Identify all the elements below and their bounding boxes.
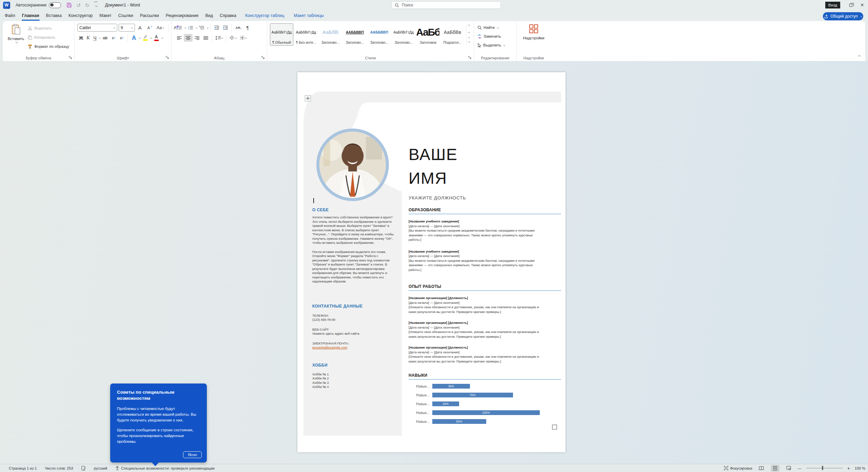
hobby-item[interactable]: Хобби № 2: [312, 376, 396, 381]
phone-label[interactable]: ТЕЛЕФОН:: [312, 314, 396, 318]
multilevel-options-icon[interactable]: [207, 27, 209, 29]
tab-home[interactable]: Главная: [19, 10, 43, 21]
proofing-status[interactable]: [81, 466, 86, 471]
experience-entry[interactable]: [Название организации] [Должность] [Дата…: [409, 345, 541, 363]
email-link[interactable]: proverka@example.com: [312, 346, 396, 350]
justify-button[interactable]: [201, 34, 210, 42]
share-button[interactable]: Общий доступ: [823, 12, 863, 20]
font-family-select[interactable]: Calibri: [77, 24, 117, 32]
superscript-button[interactable]: x2: [118, 34, 126, 42]
tab-review[interactable]: Рецензирование: [162, 10, 202, 21]
restore-button[interactable]: [845, 0, 856, 10]
borders-button[interactable]: [238, 34, 249, 42]
multilevel-list-button[interactable]: [197, 24, 206, 32]
word-count[interactable]: Число слов: 253: [45, 466, 73, 470]
style-normal[interactable]: АаБбВгГгДд ¶ Обычный: [270, 23, 293, 46]
search-input[interactable]: Поиск: [392, 1, 501, 9]
tab-view[interactable]: Вид: [202, 10, 216, 21]
hobby-item[interactable]: Хобби № 4: [312, 385, 396, 389]
decrease-indent-button[interactable]: [212, 24, 221, 32]
replace-button[interactable]: Заменить: [477, 33, 505, 40]
page-indicator[interactable]: Страница 1 из 1: [9, 466, 37, 470]
save-icon[interactable]: [66, 2, 72, 8]
style-heading2[interactable]: ААББВВП Заголово...: [343, 23, 367, 46]
style-heading1[interactable]: АаБбВ Заголово...: [319, 23, 342, 46]
tab-references[interactable]: Ссылки: [115, 10, 137, 21]
align-left-button[interactable]: [175, 34, 184, 42]
paste-button[interactable]: Вставить: [6, 24, 26, 53]
zoom-in-button[interactable]: +: [847, 466, 850, 471]
grow-font-button[interactable]: Аˆ: [136, 24, 144, 32]
shading-button[interactable]: [228, 34, 238, 42]
tab-file[interactable]: Файл: [1, 10, 19, 21]
website-value[interactable]: Укажите здесь адрес веб-сайта: [312, 332, 396, 336]
dialog-launcher-icon[interactable]: [68, 56, 73, 60]
phone-value[interactable]: (123) 456-78-90: [312, 318, 396, 322]
experience-heading[interactable]: ОПЫТ РАБОТЫ: [409, 284, 561, 291]
read-mode-button[interactable]: [757, 465, 766, 472]
resume-job-title[interactable]: УКАЖИТЕ ДОЛЖНОСТЬ: [409, 195, 466, 200]
subscript-button[interactable]: x2: [110, 34, 118, 42]
numbering-button[interactable]: 123: [186, 24, 195, 32]
autosave-control[interactable]: Автосохранение: [16, 2, 61, 8]
tab-table-design[interactable]: Конструктор таблиц: [242, 10, 288, 21]
customize-qat-icon[interactable]: [94, 2, 98, 8]
gallery-expand-icon[interactable]: [468, 38, 470, 44]
hobby-item[interactable]: Хобби № 3: [312, 381, 396, 385]
website-label[interactable]: ВЕБ-САЙТ:: [312, 328, 396, 332]
zoom-slider-thumb[interactable]: [822, 466, 824, 470]
skills-chart[interactable]: Навык... 35% Навык... 75% Навык... 25% Н…: [409, 384, 561, 424]
align-right-button[interactable]: [193, 34, 201, 42]
tab-help[interactable]: Справка: [216, 10, 240, 21]
font-color-options-icon[interactable]: [161, 37, 163, 39]
shrink-font-button[interactable]: А: [146, 24, 154, 32]
document-page[interactable]: О СЕБЕ Хотите поместить собственное изоб…: [297, 72, 566, 452]
undo-icon[interactable]: ↺: [76, 3, 81, 8]
italic-button[interactable]: К: [85, 34, 92, 42]
dialog-launcher-icon[interactable]: [468, 56, 472, 60]
change-case-button[interactable]: Аа: [155, 24, 165, 32]
experience-entry[interactable]: [Название организации] [Должность] [Дата…: [409, 296, 541, 314]
style-heading3[interactable]: ААББВВП Заголово...: [368, 23, 391, 46]
copy-button[interactable]: Копировать: [28, 34, 69, 41]
experience-entry[interactable]: [Название организации] [Должность] [Дата…: [409, 320, 541, 339]
show-marks-button[interactable]: ¶: [244, 24, 251, 32]
sort-button[interactable]: АЯ↓: [234, 24, 244, 32]
tab-mailings[interactable]: Рассылки: [137, 10, 162, 21]
scroll-down-icon[interactable]: [468, 31, 470, 33]
text-effects-button[interactable]: А: [130, 34, 138, 42]
redo-icon[interactable]: ↻: [85, 3, 90, 8]
about-heading[interactable]: О СЕБЕ: [312, 208, 396, 212]
format-painter-button[interactable]: Формат по образцу: [28, 43, 69, 50]
scroll-up-icon[interactable]: [468, 25, 470, 27]
autosave-toggle[interactable]: [49, 2, 61, 8]
select-button[interactable]: Выделить: [477, 41, 505, 49]
tab-layout[interactable]: Макет: [96, 10, 115, 21]
style-subtitle[interactable]: АаБбВв Подзагол...: [441, 23, 464, 46]
contact-heading[interactable]: КОНТАКТНЫЕ ДАННЫЕ: [312, 304, 396, 309]
dialog-launcher-icon[interactable]: [165, 56, 170, 60]
highlight-button[interactable]: [141, 34, 150, 42]
hobbies-heading[interactable]: ХОББИ: [312, 363, 396, 368]
email-label[interactable]: ЭЛЕКТРОННАЯ ПОЧТА:: [312, 341, 396, 346]
tab-insert[interactable]: Вставка: [43, 10, 65, 21]
style-no-spacing[interactable]: АаБбВгГгДд ¶ Без инте...: [294, 23, 318, 46]
zoom-out-button[interactable]: —: [798, 466, 802, 470]
education-entry[interactable]: [Название учебного заведения] [Дата нача…: [409, 219, 541, 242]
table-move-handle[interactable]: [305, 95, 311, 101]
strikethrough-button[interactable]: ab: [101, 34, 110, 42]
skills-heading[interactable]: НАВЫКИ: [409, 373, 561, 380]
bold-button[interactable]: Ж: [77, 34, 85, 42]
increase-indent-button[interactable]: [221, 24, 230, 32]
bullets-button[interactable]: [175, 24, 184, 32]
collapse-ribbon-icon[interactable]: [858, 55, 861, 58]
education-heading[interactable]: ОБРАЗОВАНИЕ: [409, 208, 561, 214]
about-paragraph-1[interactable]: Хотите поместить собственное изображение…: [312, 215, 396, 245]
font-size-select[interactable]: 9: [119, 24, 135, 32]
popup-ok-button[interactable]: Ясно: [183, 451, 202, 458]
cut-button[interactable]: Вырезать: [28, 24, 69, 32]
profile-photo[interactable]: [316, 129, 389, 201]
table-resize-handle[interactable]: [552, 425, 557, 430]
tab-table-layout[interactable]: Макет таблицы: [290, 10, 327, 21]
hobby-item[interactable]: Хобби № 1: [312, 372, 396, 377]
